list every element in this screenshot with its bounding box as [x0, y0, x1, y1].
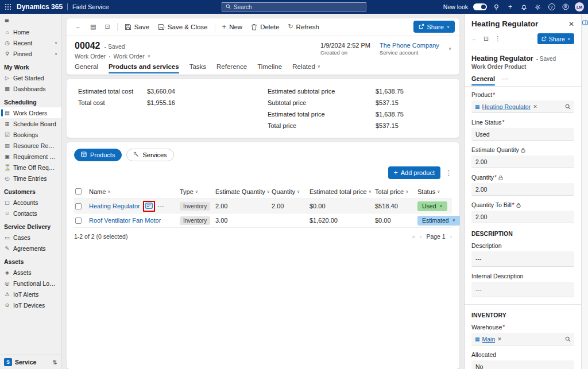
header-collapse-chevron[interactable]: ∨	[448, 46, 451, 51]
sidebar-item-iot-alerts[interactable]: ⚠IoT Alerts	[0, 289, 61, 300]
open-form-button[interactable]: ⊡	[100, 21, 114, 33]
sidebar-item-agreements[interactable]: ✎Agreements	[0, 243, 61, 254]
lookup-link[interactable]: Main	[482, 336, 496, 343]
app-brand[interactable]: Dynamics 365	[17, 3, 63, 11]
bell-icon[interactable]	[520, 3, 528, 11]
back-button[interactable]: ←	[71, 21, 86, 33]
column-name[interactable]: Name∨	[89, 188, 180, 195]
grid-more-commands-icon[interactable]: ⋮	[446, 169, 452, 177]
search-icon[interactable]	[565, 336, 571, 342]
services-pill[interactable]: Services	[126, 149, 173, 161]
help-icon[interactable]: ?	[547, 3, 556, 11]
row-name-link[interactable]: Roof Ventilator Fan Motor	[89, 217, 161, 224]
focused-view-button[interactable]: ▤	[86, 21, 100, 33]
tab-reference[interactable]: Reference	[216, 63, 247, 75]
sidebar-item-time-off-requests[interactable]: ⌛Time Off Requests	[0, 162, 61, 173]
sidebar-item-cases[interactable]: ▭Cases	[0, 232, 61, 243]
row-more-icon[interactable]: ⋯	[158, 203, 165, 210]
person-icon[interactable]	[561, 3, 570, 11]
column-estimated-total-price[interactable]: Estimated total price∨	[310, 188, 375, 195]
panel-share-button[interactable]: Share∨	[537, 33, 574, 44]
internal-description-input[interactable]: ---	[471, 282, 574, 297]
remove-icon[interactable]: ✕	[533, 104, 537, 110]
delete-button[interactable]: Delete	[247, 21, 283, 33]
column-quantity[interactable]: Quantity∨	[272, 188, 310, 195]
tab-timeline[interactable]: Timeline	[257, 63, 282, 75]
save-and-close-button[interactable]: Save & Close	[154, 21, 212, 33]
area-switcher[interactable]: S Service ⇅	[0, 355, 61, 369]
sidebar-item-home[interactable]: ⌂Home	[0, 26, 61, 37]
sidebar-item-work-orders[interactable]: ▤Work Orders	[0, 107, 61, 118]
share-button[interactable]: Share∨	[413, 21, 455, 33]
more-commands-icon[interactable]: ⋮	[494, 36, 501, 42]
sidebar-item-functional-locations[interactable]: ◎Functional Locations	[0, 278, 61, 289]
save-button[interactable]: Save	[121, 21, 153, 33]
status-badge[interactable]: Used∨	[417, 201, 447, 211]
panel-tab-general[interactable]: General	[471, 75, 495, 86]
sidebar-item-pinned[interactable]: ⚲Pinned∨	[0, 48, 61, 59]
sidebar-item-accounts[interactable]: ▢Accounts	[0, 197, 61, 208]
search-icon[interactable]	[565, 104, 571, 110]
allocated-input[interactable]: No	[471, 360, 574, 369]
tab-tasks[interactable]: Tasks	[189, 63, 206, 75]
refresh-button[interactable]: ↻Refresh	[284, 21, 323, 33]
account-link[interactable]: The Phone Company	[380, 42, 439, 49]
status-badge[interactable]: Estimated∨	[417, 216, 460, 226]
global-search-input[interactable]: Search	[222, 2, 366, 11]
warehouse-lookup[interactable]: ▦Main✕	[471, 333, 574, 345]
row-checkbox[interactable]	[75, 217, 82, 224]
column-estimate-quantity[interactable]: Estimate Quantity∨	[215, 188, 272, 195]
sidebar-item-time-entries[interactable]: ◴Time Entries	[0, 173, 61, 184]
column-total-price[interactable]: Total price∨	[375, 188, 417, 195]
panel-tab-more-icon[interactable]: ⋯	[502, 75, 509, 86]
plus-icon[interactable]: +	[506, 3, 514, 11]
products-pill[interactable]: Products	[74, 149, 122, 161]
table-row[interactable]: Roof Ventilator Fan Motor Inventory 3.00…	[74, 213, 452, 228]
previous-page-icon[interactable]: ‹	[420, 234, 421, 240]
sidebar-item-bookings[interactable]: ☑Bookings	[0, 129, 61, 140]
column-status[interactable]: Status∨	[417, 188, 451, 195]
back-arrow-icon[interactable]: ←	[471, 36, 478, 42]
open-form-icon[interactable]: ⊡	[483, 36, 489, 42]
sidebar-item-iot-devices[interactable]: ⊙IoT Devices	[0, 300, 61, 310]
new-look-toggle[interactable]	[473, 3, 487, 10]
app-area[interactable]: Field Service	[67, 3, 109, 10]
open-record-card-icon[interactable]	[145, 203, 153, 210]
tab-general[interactable]: General	[75, 63, 98, 75]
sidebar-item-requirement-groups[interactable]: ▣Requirement Groups	[0, 151, 61, 162]
next-page-icon[interactable]: ›	[450, 234, 452, 240]
sidebar-item-resource-requirements[interactable]: ▥Resource Requireme...	[0, 140, 61, 151]
sidebar-item-recent[interactable]: ◷Recent∨	[0, 37, 61, 48]
sidebar-item-contacts[interactable]: ☺Contacts	[0, 208, 61, 219]
row-checkbox[interactable]	[75, 203, 82, 209]
quantity-input[interactable]: 2.00	[471, 183, 574, 196]
sidebar-item-assets[interactable]: ◈Assets	[0, 267, 61, 278]
description-input[interactable]: ---	[471, 251, 574, 267]
product-lookup[interactable]: ▦Heating Regulator✕	[471, 100, 574, 113]
column-type[interactable]: Type∨	[180, 188, 215, 195]
tab-related[interactable]: Related∨	[292, 63, 320, 75]
estimate-quantity-input[interactable]: 2.00	[471, 156, 574, 168]
add-product-button[interactable]: +Add product	[388, 166, 440, 179]
table-row[interactable]: Heating Regulator ⋯ Inventory 2.00 2.00 …	[74, 199, 452, 213]
tab-products-and-services[interactable]: Products and services	[109, 63, 179, 75]
sidebar-item-dashboards[interactable]: ▦Dashboards	[0, 83, 61, 94]
user-avatar[interactable]: LM	[575, 2, 584, 11]
sidebar-item-get-started[interactable]: ▷Get Started	[0, 72, 61, 83]
remove-icon[interactable]: ✕	[497, 336, 502, 342]
new-button[interactable]: +New	[218, 21, 247, 33]
row-name-link[interactable]: Heating Regulator	[89, 203, 140, 209]
line-status-input[interactable]: Used	[471, 128, 574, 141]
sidebar-item-schedule-board[interactable]: ⊞Schedule Board	[0, 118, 61, 129]
lightbulb-icon[interactable]	[492, 3, 501, 11]
lookup-link[interactable]: Heating Regulator	[482, 103, 531, 110]
form-selector[interactable]: Work Order	[114, 53, 145, 60]
select-all-checkbox[interactable]	[75, 188, 82, 195]
gear-icon[interactable]	[533, 3, 542, 11]
close-icon[interactable]: ✕	[568, 20, 574, 28]
first-page-icon[interactable]: «	[412, 234, 415, 240]
collapse-pane-icon[interactable]	[582, 19, 588, 27]
sidebar-collapse-button[interactable]: ≡	[0, 14, 61, 26]
quantity-to-bill-input[interactable]: 2.00	[471, 211, 574, 223]
waffle-icon[interactable]	[4, 3, 12, 11]
